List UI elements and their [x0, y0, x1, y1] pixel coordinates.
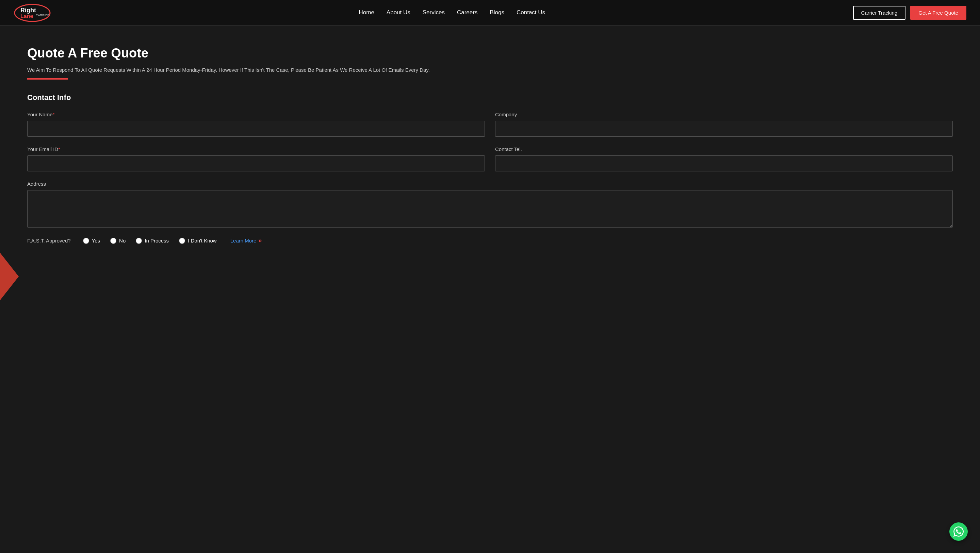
- radio-in-process-input[interactable]: [136, 238, 142, 244]
- radio-in-process[interactable]: In Process: [136, 238, 169, 244]
- radio-no-input[interactable]: [110, 238, 116, 244]
- radio-yes[interactable]: Yes: [83, 238, 100, 244]
- logo-area[interactable]: Right Lane CARRIER: [14, 3, 51, 22]
- red-divider: [27, 78, 68, 79]
- address-label: Address: [27, 181, 953, 187]
- svg-text:Right: Right: [21, 7, 36, 14]
- radio-dont-know[interactable]: I Don't Know: [179, 238, 217, 244]
- radio-dont-know-input[interactable]: [179, 238, 185, 244]
- contact-tel-label: Contact Tel.: [495, 146, 953, 152]
- main-nav: Home About Us Services Careers Blogs Con…: [359, 9, 545, 16]
- site-header: Right Lane CARRIER Home About Us Service…: [0, 0, 980, 25]
- form-group-address: Address: [27, 181, 953, 227]
- company-input[interactable]: [495, 121, 953, 137]
- form-row-email-tel: Your Email ID* Contact Tel.: [27, 146, 953, 172]
- site-logo: Right Lane CARRIER: [14, 3, 51, 22]
- learn-more-link[interactable]: Learn More »: [231, 237, 262, 244]
- radio-yes-label: Yes: [92, 238, 100, 243]
- radio-yes-input[interactable]: [83, 238, 89, 244]
- page-title: Quote A Free Quote: [27, 46, 953, 60]
- learn-more-arrow-icon: »: [258, 237, 262, 244]
- carrier-tracking-button[interactable]: Carrier Tracking: [853, 6, 906, 20]
- email-input[interactable]: [27, 156, 485, 172]
- radio-no[interactable]: No: [110, 238, 126, 244]
- form-group-tel: Contact Tel.: [495, 146, 953, 172]
- form-group-email: Your Email ID*: [27, 146, 485, 172]
- nav-careers[interactable]: Careers: [457, 9, 477, 16]
- main-content: Quote A Free Quote We Aim To Respond To …: [0, 25, 980, 272]
- radio-no-label: No: [119, 238, 126, 243]
- radio-dont-know-label: I Don't Know: [188, 238, 217, 243]
- contact-tel-input[interactable]: [495, 156, 953, 172]
- svg-text:CARRIER: CARRIER: [36, 14, 50, 17]
- get-free-quote-button[interactable]: Get A Free Quote: [910, 6, 966, 20]
- email-label: Your Email ID*: [27, 146, 485, 152]
- learn-more-label: Learn More: [231, 238, 256, 243]
- address-input[interactable]: [27, 190, 953, 227]
- contact-info-title: Contact Info: [27, 93, 953, 102]
- nav-blogs[interactable]: Blogs: [490, 9, 504, 16]
- form-group-company: Company: [495, 111, 953, 137]
- left-arrow-decoration: [0, 253, 19, 300]
- required-marker: *: [53, 111, 55, 118]
- nav-contact[interactable]: Contact Us: [517, 9, 545, 16]
- svg-text:Lane: Lane: [21, 13, 33, 19]
- your-name-input[interactable]: [27, 121, 485, 137]
- nav-about[interactable]: About Us: [387, 9, 410, 16]
- form-group-name: Your Name*: [27, 111, 485, 137]
- your-name-label: Your Name*: [27, 111, 485, 118]
- nav-buttons: Carrier Tracking Get A Free Quote: [853, 6, 966, 20]
- form-row-name-company: Your Name* Company: [27, 111, 953, 137]
- fast-label: F.A.S.T. Approved?: [27, 238, 71, 243]
- nav-home[interactable]: Home: [359, 9, 374, 16]
- whatsapp-fab[interactable]: [950, 523, 968, 541]
- page-subtitle: We Aim To Respond To All Quote Requests …: [27, 66, 469, 74]
- company-label: Company: [495, 111, 953, 118]
- nav-services[interactable]: Services: [423, 9, 445, 16]
- radio-in-process-label: In Process: [145, 238, 169, 243]
- fast-approved-row: F.A.S.T. Approved? Yes No In Process I D…: [27, 237, 953, 244]
- whatsapp-icon: [953, 526, 964, 537]
- form-row-address: Address: [27, 181, 953, 227]
- required-marker-email: *: [58, 146, 60, 152]
